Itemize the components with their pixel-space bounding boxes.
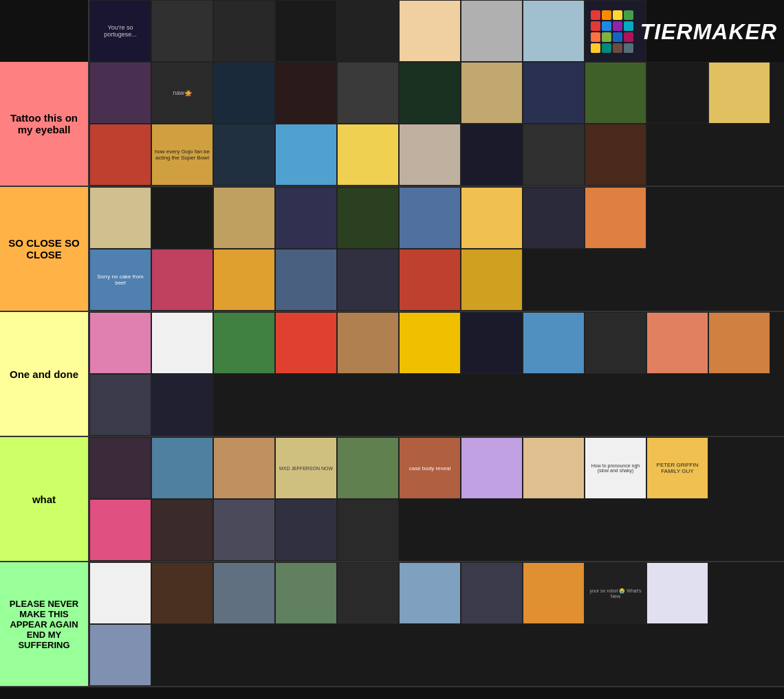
soclose-r1-2[interactable] — [151, 187, 213, 249]
never-r1-9[interactable]: your so robot 😭 What's New — [585, 562, 646, 624]
what-r2-4[interactable] — [275, 499, 337, 561]
logo-grid — [591, 10, 633, 53]
what-r1-5[interactable] — [337, 437, 399, 499]
onedone-r1-3[interactable] — [213, 312, 275, 374]
never-r1-5[interactable] — [337, 562, 399, 624]
onedone-r1-10[interactable] — [646, 312, 708, 374]
soclose-r2-1[interactable]: Sorry no cake from beef — [89, 249, 151, 311]
what-r1-2[interactable] — [151, 437, 213, 499]
soclose-r1-6[interactable] — [399, 187, 461, 249]
tier-never-label: PLEASE NEVER MAKE THIS APPEAR AGAIN END … — [0, 562, 88, 686]
tattoo-r2-8[interactable] — [523, 124, 585, 186]
soclose-r2-5[interactable] — [337, 249, 399, 311]
never-r1-6[interactable] — [399, 562, 461, 624]
tattoo-r2-3[interactable] — [213, 124, 275, 186]
soclose-r1-5[interactable] — [337, 187, 399, 249]
tattoo-r1-6[interactable] — [399, 62, 461, 124]
soclose-r1-8[interactable] — [523, 187, 585, 249]
onedone-r1-7[interactable] — [461, 312, 523, 374]
onedone-r1-9[interactable] — [585, 312, 646, 374]
tattoo-r1-5[interactable] — [337, 62, 399, 124]
tattoo-r1-10[interactable] — [646, 62, 708, 124]
tier-onedone-label: One and done — [0, 312, 88, 436]
soclose-r1-4[interactable] — [275, 187, 337, 249]
header-thumb-5[interactable] — [337, 0, 399, 62]
onedone-r1-6[interactable] — [399, 312, 461, 374]
tattoo-r2-2[interactable]: how every Gojo fan be acting the Super B… — [151, 124, 213, 186]
tattoo-r2-9[interactable] — [585, 124, 646, 186]
tattoo-r2-1[interactable] — [89, 124, 151, 186]
tattoo-r2-7[interactable] — [461, 124, 523, 186]
never-r1-7[interactable] — [461, 562, 523, 624]
tattoo-r1-8[interactable] — [523, 62, 585, 124]
tier-never: PLEASE NEVER MAKE THIS APPEAR AGAIN END … — [0, 562, 784, 687]
soclose-r1-7[interactable] — [461, 187, 523, 249]
header-thumb-1[interactable]: You're so portugese... — [89, 0, 151, 62]
tiermaker-logo: TIERMAKER — [591, 10, 777, 53]
tattoo-r1-11[interactable] — [708, 62, 770, 124]
onedone-r1-5[interactable] — [337, 312, 399, 374]
header-thumb-8[interactable] — [523, 0, 585, 62]
header-thumb-7[interactable] — [461, 0, 523, 62]
tier-soclose-label: SO CLOSE SO CLOSE — [0, 187, 88, 311]
tattoo-r1-7[interactable] — [461, 62, 523, 124]
never-r1-8[interactable] — [523, 562, 585, 624]
what-r1-3[interactable] — [213, 437, 275, 499]
never-r1-10[interactable] — [646, 562, 708, 624]
what-r1-10[interactable]: PETER GRIFFIN FAMILY GUY — [646, 437, 708, 499]
what-r1-4[interactable]: MXD JEFFERSON NOW — [275, 437, 337, 499]
what-r1-9[interactable]: How to pronounce ngh (slow and shaky) — [585, 437, 646, 499]
tier-what-label: what — [0, 437, 88, 561]
what-r1-1[interactable] — [89, 437, 151, 499]
onedone-r1-11[interactable] — [708, 312, 770, 374]
app-container: You're so portugese... — [0, 0, 784, 699]
tier-tattoo-label: Tattoo this on my eyeball — [0, 62, 88, 186]
soclose-r1-3[interactable] — [213, 187, 275, 249]
soclose-r1-1[interactable] — [89, 187, 151, 249]
tier-what: what MXD JEFFERSON NOW case body reveal … — [0, 437, 784, 562]
soclose-r2-3[interactable] — [213, 249, 275, 311]
soclose-r2-6[interactable] — [399, 249, 461, 311]
what-r2-3[interactable] — [213, 499, 275, 561]
header-thumb-6[interactable] — [399, 0, 461, 62]
never-r1-4[interactable] — [275, 562, 337, 624]
tattoo-r1-9[interactable] — [585, 62, 646, 124]
tattoo-r2-4[interactable] — [275, 124, 337, 186]
soclose-r2-2[interactable] — [151, 249, 213, 311]
onedone-r2-2[interactable] — [151, 374, 213, 436]
soclose-r2-7[interactable] — [461, 249, 523, 311]
tier-soclose: SO CLOSE SO CLOSE Sorry no cake from bee… — [0, 187, 784, 312]
never-r2-1[interactable] — [89, 624, 151, 686]
what-r2-1[interactable] — [89, 499, 151, 561]
header-thumb-3[interactable] — [213, 0, 275, 62]
what-r1-8[interactable] — [523, 437, 585, 499]
header-thumb-2[interactable] — [151, 0, 213, 62]
what-r2-5[interactable] — [337, 499, 399, 561]
onedone-r1-8[interactable] — [523, 312, 585, 374]
onedone-r1-2[interactable] — [151, 312, 213, 374]
never-r1-1[interactable] — [89, 562, 151, 624]
never-r1-2[interactable] — [151, 562, 213, 624]
tattoo-r1-2[interactable]: naw🙅 — [151, 62, 213, 124]
what-r1-6[interactable]: case body reveal — [399, 437, 461, 499]
onedone-r2-1[interactable] — [89, 374, 151, 436]
soclose-r1-9[interactable] — [585, 187, 646, 249]
soclose-r2-4[interactable] — [275, 249, 337, 311]
what-r1-7[interactable] — [461, 437, 523, 499]
tier-tattoo: Tattoo this on my eyeball naw🙅 how every… — [0, 62, 784, 187]
tattoo-r1-3[interactable] — [213, 62, 275, 124]
what-r2-2[interactable] — [151, 499, 213, 561]
logo-text: TIERMAKER — [640, 19, 777, 45]
tattoo-r1-4[interactable] — [275, 62, 337, 124]
tattoo-r2-6[interactable] — [399, 124, 461, 186]
onedone-r1-1[interactable] — [89, 312, 151, 374]
header-row: You're so portugese... — [0, 0, 784, 62]
tattoo-r1-1[interactable] — [89, 62, 151, 124]
never-r1-3[interactable] — [213, 562, 275, 624]
tattoo-r2-5[interactable] — [337, 124, 399, 186]
header-thumb-4[interactable] — [275, 0, 337, 62]
tier-onedone: One and done — [0, 312, 784, 437]
onedone-r1-4[interactable] — [275, 312, 337, 374]
